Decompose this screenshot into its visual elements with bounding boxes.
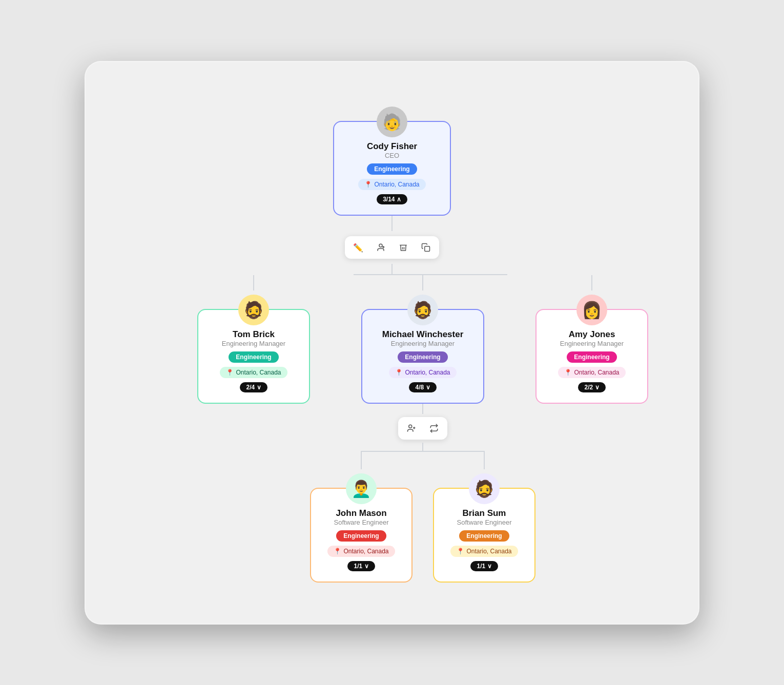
v-line-michael-3 xyxy=(422,443,423,451)
v-line-amy xyxy=(591,275,592,290)
person-icon[interactable] xyxy=(374,240,388,255)
tom-location: 📍 Ontario, Canada xyxy=(220,367,287,378)
children-connector: 🧔 Tom Brick Engineering Manager Engineer… xyxy=(197,274,587,583)
swap-icon[interactable] xyxy=(427,421,441,435)
tom-name: Tom Brick xyxy=(222,329,285,340)
amy-title: Engineering Manager xyxy=(560,340,624,347)
copy-icon[interactable] xyxy=(419,240,433,255)
avatar-john: 👨‍🦱 xyxy=(346,473,377,504)
cody-title: CEO xyxy=(367,152,417,159)
v-line-john xyxy=(361,451,362,469)
tom-title: Engineering Manager xyxy=(222,340,285,347)
card-michael[interactable]: 🧔 Michael Winchester Engineering Manager… xyxy=(361,309,484,404)
v-line-brian xyxy=(484,451,485,469)
toolbar-1: ✏️ xyxy=(345,236,439,259)
card-amy[interactable]: 👩 Amy Jones Engineering Manager Engineer… xyxy=(535,309,648,404)
john-badge: Engineering xyxy=(336,530,386,542)
avatar-brian: 🧔 xyxy=(469,473,500,504)
michael-count[interactable]: 4/8 ∨ xyxy=(409,382,436,392)
avatar-cody: 🧓 xyxy=(377,107,407,137)
michael-children-row: 👨‍🦱 John Mason Software Engineer Enginee… xyxy=(310,451,535,583)
john-subtree: 👨‍🦱 John Mason Software Engineer Enginee… xyxy=(310,451,412,583)
cody-location: 📍 Ontario, Canada xyxy=(358,179,425,190)
screen: 🧓 Cody Fisher CEO Engineering 📍 Ontario,… xyxy=(85,61,699,625)
edit-icon[interactable]: ✏️ xyxy=(351,240,365,255)
john-location: 📍 Ontario, Canada xyxy=(327,546,395,557)
avatar-michael: 🧔 xyxy=(407,295,438,325)
amy-count[interactable]: 2/2 ∨ xyxy=(578,382,605,392)
location-pin-icon: 📍 xyxy=(564,369,572,376)
brian-badge: Engineering xyxy=(459,530,509,542)
location-pin-icon: 📍 xyxy=(334,548,341,555)
avatar-amy: 👩 xyxy=(576,295,607,325)
michael-name: Michael Winchester xyxy=(382,329,464,340)
cody-badge: Engineering xyxy=(367,163,417,175)
h-line-children xyxy=(361,451,484,452)
v-line-tom xyxy=(253,275,254,290)
brian-subtree: 🧔 Brian Sum Software Engineer Engineerin… xyxy=(433,451,535,583)
card-cody[interactable]: 🧓 Cody Fisher CEO Engineering 📍 Ontario,… xyxy=(333,121,451,216)
v-line-1 xyxy=(391,216,393,231)
john-count[interactable]: 1/1 ∨ xyxy=(347,561,375,571)
location-pin-icon: 📍 xyxy=(457,548,464,555)
avatar-tom: 🧔 xyxy=(238,295,269,325)
john-title: Software Engineer xyxy=(334,518,389,526)
v-line-michael-2 xyxy=(422,404,423,414)
card-tom[interactable]: 🧔 Tom Brick Engineering Manager Engineer… xyxy=(197,309,310,404)
michael-badge: Engineering xyxy=(398,351,447,363)
amy-location: 📍 Ontario, Canada xyxy=(558,367,625,378)
root-node: 🧓 Cody Fisher CEO Engineering 📍 Ontario,… xyxy=(197,102,587,583)
michael-title: Engineering Manager xyxy=(382,340,464,347)
tom-badge: Engineering xyxy=(229,351,278,363)
location-pin-icon: 📍 xyxy=(364,181,372,188)
toolbar-2 xyxy=(398,417,447,440)
tom-subtree: 🧔 Tom Brick Engineering Manager Engineer… xyxy=(197,275,310,404)
svg-rect-3 xyxy=(425,246,430,252)
michael-location: 📍 Ontario, Canada xyxy=(389,367,456,378)
card-john[interactable]: 👨‍🦱 John Mason Software Engineer Enginee… xyxy=(310,488,412,583)
org-chart: 🧓 Cody Fisher CEO Engineering 📍 Ontario,… xyxy=(105,102,679,583)
brian-title: Software Engineer xyxy=(457,518,512,526)
location-pin-icon: 📍 xyxy=(226,369,234,376)
john-name: John Mason xyxy=(334,508,389,518)
cody-name: Cody Fisher xyxy=(367,141,417,152)
v-line-2 xyxy=(391,264,393,274)
add-person-icon[interactable] xyxy=(404,421,419,435)
tom-branch: 🧔 Tom Brick Engineering Manager Engineer… xyxy=(197,274,587,583)
v-line-michael xyxy=(422,275,423,290)
michael-subtree: 🧔 Michael Winchester Engineering Manager… xyxy=(310,275,535,583)
amy-subtree: 👩 Amy Jones Engineering Manager Engineer… xyxy=(535,275,648,404)
delete-icon[interactable] xyxy=(396,240,410,255)
cody-count[interactable]: 3/14 ∧ xyxy=(377,194,407,204)
brian-count[interactable]: 1/1 ∨ xyxy=(470,561,498,571)
svg-point-0 xyxy=(379,244,382,247)
location-pin-icon: 📍 xyxy=(395,369,403,376)
amy-badge: Engineering xyxy=(567,351,616,363)
svg-point-4 xyxy=(409,425,412,428)
tom-count[interactable]: 2/4 ∨ xyxy=(240,382,267,392)
amy-name: Amy Jones xyxy=(560,329,624,340)
brian-location: 📍 Ontario, Canada xyxy=(450,546,518,557)
brian-name: Brian Sum xyxy=(457,508,512,518)
card-brian[interactable]: 🧔 Brian Sum Software Engineer Engineerin… xyxy=(433,488,535,583)
level-2-row: 🧔 Tom Brick Engineering Manager Engineer… xyxy=(197,275,587,583)
